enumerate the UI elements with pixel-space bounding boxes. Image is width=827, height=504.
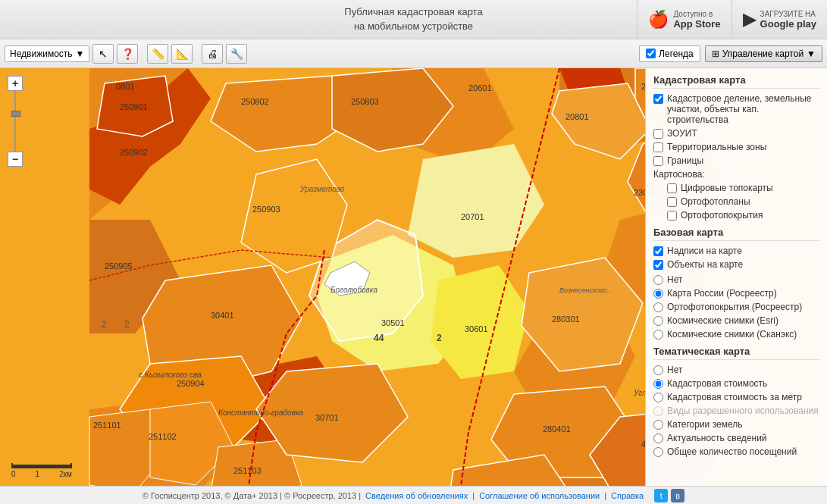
permitted-use-radio[interactable] (653, 406, 663, 416)
svg-text:30701: 30701 (315, 413, 339, 422)
scanex-satellite-radio[interactable] (653, 330, 663, 340)
cadastre-value-row: Кадастровая стоимость (653, 378, 819, 389)
svg-text:250902: 250902 (120, 148, 148, 157)
svg-text:250802: 250802 (241, 97, 269, 106)
scanex-satellite-row: Космические снимки (Сканэкс) (653, 329, 819, 340)
none-thematic-radio[interactable] (653, 365, 663, 375)
svg-text:2: 2 (437, 333, 442, 343)
print-btn[interactable]: 🖨 (202, 44, 223, 64)
orthophoto-rosreestr-row: Ортофотопокрытия (Росреестр) (653, 302, 819, 312)
svg-text:с.Кызылского сва.: с.Кызылского сва. (139, 371, 203, 379)
zoom-out-btn[interactable]: − (8, 152, 23, 167)
svg-text:44: 44 (374, 333, 384, 343)
total-visits-row: Общее количество посещений (653, 446, 819, 457)
zouit-checkbox[interactable] (653, 129, 663, 139)
svg-text:280301: 280301 (552, 315, 580, 324)
property-type-select[interactable]: Недвижимость ▼ (5, 45, 89, 62)
svg-text:250803: 250803 (351, 97, 379, 106)
svg-text:280401: 280401 (543, 424, 571, 434)
apple-icon: 🍎 (648, 10, 669, 30)
vk-icon[interactable]: в (671, 489, 684, 502)
help-link[interactable]: Справка (611, 491, 644, 500)
svg-text:2: 2 (124, 319, 130, 330)
thematic-section-title: Тематическая карта (653, 346, 819, 360)
territory-zones-checkbox[interactable] (653, 142, 663, 152)
info-tool-btn[interactable]: ❓ (117, 44, 138, 64)
scale-bar: 0 1 2км (11, 463, 72, 478)
cadastre-division-checkbox[interactable] (653, 94, 663, 104)
agreement-link[interactable]: Соглашение об использовании (479, 491, 600, 500)
esri-satellite-row: Космические снимки (Esri) (653, 315, 819, 326)
orthophoto-coverage-label: Ортофотопокрытия (681, 210, 763, 221)
territory-zones-label: Территориальные зоны (667, 142, 766, 152)
zouit-row: ЗОУИТ (653, 128, 819, 139)
map-objects-row: Объекты на карте (653, 259, 819, 270)
footer: © Госписцентр 2013, © Дата+ 2013 | © Рос… (0, 486, 827, 504)
data-actuality-row: Актуальность сведений (653, 433, 819, 443)
legend-btn[interactable]: Легенда (639, 45, 700, 62)
area-tool-btn[interactable]: 📐 (171, 44, 193, 64)
svg-text:250904: 250904 (177, 379, 205, 388)
data-actuality-radio[interactable] (653, 434, 663, 443)
svg-text:251103: 251103 (233, 466, 262, 475)
updates-link[interactable]: Сведения об обновлениях (365, 491, 468, 500)
digital-topo-checkbox[interactable] (667, 183, 677, 193)
none-basemap-row: Нет (653, 274, 819, 285)
basemap-radio-group: Нет Карта России (Росреестр) Ортофотопок… (653, 274, 819, 340)
manage-map-btn[interactable]: ⊞ Управление картой ▼ (705, 45, 822, 62)
svg-text:20601: 20601 (468, 83, 492, 92)
svg-text:30601: 30601 (465, 324, 488, 333)
digital-topo-label: Цифровые топокарты (681, 183, 773, 193)
territory-zones-row: Территориальные зоны (653, 142, 819, 152)
borders-checkbox[interactable] (653, 156, 663, 166)
appstore-badge[interactable]: 🍎 Доступно в App Store (637, 0, 731, 39)
svg-text:250905: 250905 (105, 261, 133, 271)
cartographic-base-title: Картоснова: (653, 169, 819, 180)
digital-topo-row: Цифровые топокарты (653, 183, 819, 193)
svg-text:250903: 250903 (252, 205, 280, 214)
legend-checkbox[interactable] (646, 49, 656, 58)
cursor-tool-btn[interactable]: ↖ (92, 44, 114, 64)
svg-text:Константино-градовка: Константино-градовка (218, 409, 304, 417)
svg-text:20701: 20701 (461, 212, 484, 221)
measure-tool-btn[interactable]: 📏 (147, 44, 168, 64)
svg-text:251101: 251101 (93, 421, 121, 430)
cadastre-value-radio[interactable] (653, 379, 663, 389)
orthophoto-coverage-checkbox[interactable] (667, 211, 677, 221)
permitted-use-row: Виды разрешенного использования (653, 405, 819, 416)
app-badges: 🍎 Доступно в App Store ▶ ЗАГРУЗИТЕ НА Go… (637, 0, 827, 39)
orthophoto-plans-label: Ортофотопланы (681, 196, 750, 207)
android-icon: ▶ (743, 10, 756, 30)
right-panel: Кадастровая карта Кадастровое деление, з… (645, 68, 827, 486)
svg-text:0801: 0801 (116, 82, 134, 91)
total-visits-radio[interactable] (653, 447, 663, 457)
googleplay-badge[interactable]: ▶ ЗАГРУЗИТЕ НА Google play (731, 0, 827, 39)
map-objects-checkbox[interactable] (653, 260, 663, 270)
esri-satellite-radio[interactable] (653, 316, 663, 326)
russia-map-radio[interactable] (653, 289, 663, 299)
borders-row: Границы (653, 155, 819, 166)
land-categories-radio[interactable] (653, 420, 663, 430)
social-links: t в (654, 489, 684, 502)
cadastre-division-label: Кадастровое деление, земельные участки, … (667, 93, 819, 125)
orthophoto-plans-checkbox[interactable] (667, 197, 677, 207)
zoom-in-btn[interactable]: + (8, 76, 23, 91)
settings-btn[interactable]: 🔧 (226, 44, 247, 64)
header-title: Публичная кадастровая карта на мобильном… (344, 5, 482, 33)
russia-map-row: Карта России (Росреестр) (653, 288, 819, 299)
chevron-down-icon: ▼ (76, 49, 85, 59)
orthophoto-coverage-row: Ортофотопокрытия (653, 210, 819, 221)
svg-text:Уразметово: Уразметово (299, 185, 345, 193)
map-inscriptions-checkbox[interactable] (653, 246, 663, 256)
none-basemap-radio[interactable] (653, 275, 663, 285)
svg-text:30401: 30401 (211, 311, 234, 320)
svg-text:251102: 251102 (149, 432, 177, 441)
zouit-label: ЗОУИТ (667, 128, 697, 139)
zoom-controls: + − (8, 76, 23, 167)
cadastre-value-sqm-radio[interactable] (653, 393, 663, 402)
orthophoto-rosreestr-radio[interactable] (653, 302, 663, 312)
twitter-icon[interactable]: t (654, 489, 668, 502)
borders-label: Границы (667, 155, 703, 166)
none-thematic-row: Нет (653, 365, 819, 375)
svg-text:Боголюбовка: Боголюбовка (330, 286, 378, 294)
